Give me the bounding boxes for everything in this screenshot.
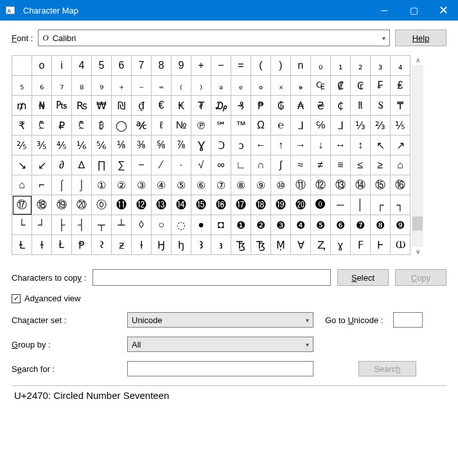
character-cell[interactable]: ⅘ <box>52 136 72 155</box>
character-cell[interactable]: Ϝ <box>351 235 371 255</box>
character-cell[interactable]: ⑰ <box>12 195 32 215</box>
character-cell[interactable]: ⑬ <box>331 175 351 195</box>
character-cell[interactable]: ⑨ <box>251 175 271 195</box>
character-cell[interactable]: Ɫ <box>12 235 32 255</box>
scroll-down-icon[interactable]: ∨ <box>416 248 420 255</box>
character-cell[interactable]: ₃ <box>371 56 391 76</box>
character-cell[interactable]: Ꜩ <box>231 235 251 255</box>
character-cell[interactable]: ⅙ <box>72 136 92 155</box>
character-cell[interactable]: ③ <box>132 175 152 195</box>
character-cell[interactable]: ⓰ <box>211 195 231 215</box>
character-cell[interactable]: Ꜣ <box>191 235 211 255</box>
character-cell[interactable]: Ꜧ <box>152 235 172 255</box>
character-cell[interactable]: ├ <box>52 215 72 235</box>
character-cell[interactable]: ❷ <box>251 215 271 235</box>
character-cell[interactable]: ⌠ <box>52 175 72 195</box>
character-cell[interactable]: ⓬ <box>132 195 152 215</box>
character-cell[interactable]: ❽ <box>371 215 391 235</box>
character-cell[interactable]: ⑭ <box>351 175 371 195</box>
character-cell[interactable]: 5 <box>92 56 112 76</box>
character-cell[interactable]: ◊ <box>132 215 152 235</box>
character-cell[interactable]: ↑ <box>271 136 291 155</box>
character-cell[interactable]: ƚ <box>132 235 152 255</box>
character-cell[interactable]: ❸ <box>271 215 291 235</box>
character-cell[interactable]: ℮ <box>271 116 291 136</box>
character-cell[interactable]: ₶ <box>351 96 371 116</box>
character-cell[interactable]: ₪ <box>112 96 132 116</box>
advanced-view-checkbox[interactable]: ✓ <box>12 294 21 303</box>
character-cell[interactable]: Ɣ <box>191 136 211 155</box>
character-cell[interactable]: ₲ <box>271 96 291 116</box>
character-cell[interactable]: ⑥ <box>191 175 211 195</box>
character-cell[interactable]: ₽ <box>52 116 72 136</box>
character-cell[interactable]: ⅃ <box>331 116 351 136</box>
character-cell[interactable]: ⑤ <box>172 175 191 195</box>
character-cell[interactable]: ◘ <box>211 215 231 235</box>
character-cell[interactable]: ₢ <box>351 76 371 96</box>
character-cell[interactable]: Ᵽ <box>72 235 92 255</box>
character-cell[interactable]: ← <box>251 136 271 155</box>
character-cell[interactable]: + <box>191 56 211 76</box>
character-cell[interactable]: ⅗ <box>32 136 52 155</box>
character-cell[interactable]: ❺ <box>311 215 331 235</box>
minimize-button[interactable]: ─ <box>369 0 399 21</box>
character-cell[interactable]: √ <box>191 155 211 175</box>
character-cell[interactable]: ⌡ <box>72 175 92 195</box>
character-cell[interactable]: ⅚ <box>92 136 112 155</box>
character-cell[interactable]: ƶ <box>112 235 132 255</box>
character-cell[interactable]: ₵ <box>331 96 351 116</box>
character-cell[interactable]: ↗ <box>391 136 410 155</box>
character-cell[interactable]: ₇ <box>52 76 72 96</box>
character-cell[interactable]: ⓭ <box>152 195 172 215</box>
character-cell[interactable]: │ <box>351 195 371 215</box>
character-cell[interactable]: ⑳ <box>72 195 92 215</box>
character-cell[interactable]: ₧ <box>52 96 72 116</box>
character-cell[interactable]: ( <box>251 56 271 76</box>
character-cell[interactable]: № <box>172 116 191 136</box>
search-input[interactable] <box>127 361 313 376</box>
character-cell[interactable]: ₡ <box>331 76 351 96</box>
character-cell[interactable]: − <box>132 155 152 175</box>
character-cell[interactable]: ⑮ <box>371 175 391 195</box>
character-cell[interactable]: ₓ <box>271 76 291 96</box>
character-cell[interactable]: ─ <box>331 195 351 215</box>
character-cell[interactable]: ₷ <box>371 96 391 116</box>
character-cell[interactable]: ) <box>271 56 291 76</box>
character-cell[interactable]: ₾ <box>72 116 92 136</box>
character-cell[interactable]: ↓ <box>311 136 331 155</box>
character-cell[interactable]: 7 <box>132 56 152 76</box>
copy-button[interactable]: Copy <box>395 269 446 286</box>
character-cell[interactable]: ₆ <box>32 76 52 96</box>
character-cell[interactable]: 8 <box>152 56 172 76</box>
character-cell[interactable]: ₌ <box>152 76 172 96</box>
character-cell[interactable]: ℗ <box>191 116 211 136</box>
character-cell[interactable]: Ω <box>251 116 271 136</box>
character-cell[interactable]: ₹ <box>12 116 32 136</box>
character-cell[interactable] <box>12 56 32 76</box>
character-cell[interactable]: ₿ <box>92 116 112 136</box>
character-cell[interactable]: Ł <box>52 235 72 255</box>
character-cell[interactable]: 9 <box>172 56 191 76</box>
character-cell[interactable]: ₠ <box>311 76 331 96</box>
character-cell[interactable]: ┘ <box>32 215 52 235</box>
character-cell[interactable]: ₑ <box>231 76 251 96</box>
character-cell[interactable]: ↘ <box>12 155 32 175</box>
character-cell[interactable]: ⅖ <box>12 136 32 155</box>
character-cell[interactable]: ⓴ <box>291 195 311 215</box>
character-cell[interactable]: Ⲱ <box>391 235 410 255</box>
character-cell[interactable]: ┌ <box>371 195 391 215</box>
character-cell[interactable]: ₅ <box>12 76 32 96</box>
character-cell[interactable]: ⓿ <box>311 195 331 215</box>
character-cell[interactable]: ┐ <box>391 195 410 215</box>
character-cell[interactable]: Ↄ <box>211 136 231 155</box>
character-cell[interactable]: ₒ <box>251 76 271 96</box>
character-cell[interactable]: ↄ <box>231 136 251 155</box>
character-cell[interactable]: ℀ <box>132 116 152 136</box>
character-cell[interactable]: ₰ <box>231 96 251 116</box>
character-cell[interactable]: 6 <box>112 56 132 76</box>
character-cell[interactable]: ₳ <box>291 96 311 116</box>
character-cell[interactable]: ∟ <box>231 155 251 175</box>
character-cell[interactable]: ₫ <box>132 96 152 116</box>
character-cell[interactable]: ₂ <box>351 56 371 76</box>
character-cell[interactable]: ⓱ <box>231 195 251 215</box>
